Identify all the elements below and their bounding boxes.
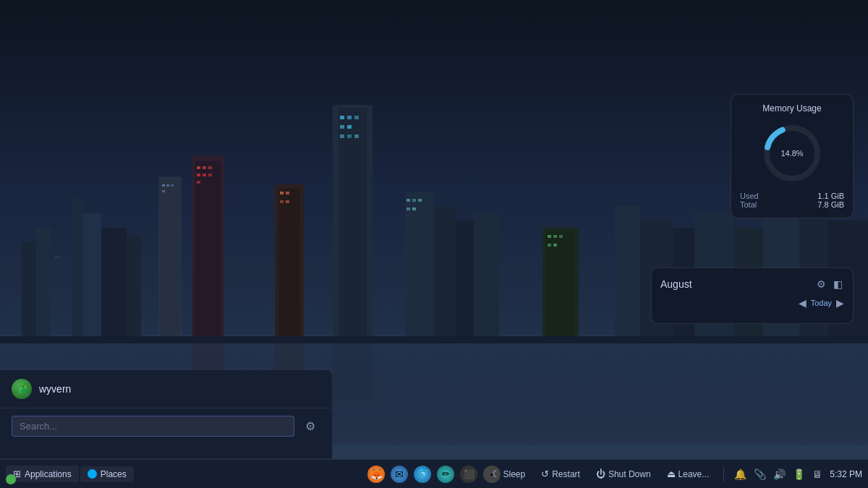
svg-rect-47: [412, 207, 416, 210]
places-btn[interactable]: Places: [80, 466, 134, 482]
svg-rect-15: [195, 161, 221, 336]
svg-rect-63: [0, 336, 868, 343]
leave-label: Leave...: [678, 469, 710, 479]
svg-rect-52: [559, 235, 563, 238]
svg-rect-8: [127, 235, 141, 336]
total-label: Total: [740, 200, 759, 209]
leave-btn[interactable]: ⏏ Leave...: [663, 467, 714, 481]
svg-rect-17: [203, 166, 206, 169]
battery-icon[interactable]: 🔋: [793, 468, 805, 480]
shutdown-label: Shut Down: [608, 469, 651, 479]
notifications-icon[interactable]: 🔔: [734, 468, 746, 480]
calendar-toggle-icon[interactable]: ◧: [832, 277, 844, 291]
calendar-prev-btn[interactable]: ◀: [799, 297, 807, 309]
svg-rect-9: [159, 177, 181, 336]
svg-rect-35: [280, 192, 284, 194]
svg-rect-16: [197, 166, 200, 169]
memory-percentage: 14.8%: [780, 149, 803, 158]
svg-rect-46: [407, 207, 410, 210]
desktop: Memory Usage 14.8% Used Total 1.1 GiB 7.…: [0, 0, 868, 488]
calendar-month: August: [660, 278, 692, 290]
applications-label: Applications: [25, 469, 72, 479]
svg-rect-3: [36, 228, 51, 336]
sleep-btn[interactable]: ☾ Sleep: [488, 467, 530, 481]
used-value: 1.1 GiB: [817, 192, 844, 200]
memory-gauge: 14.8%: [760, 121, 825, 186]
memory-widget: Memory Usage 14.8% Used Total 1.1 GiB 7.…: [731, 94, 854, 218]
svg-rect-19: [197, 174, 200, 176]
paperclip-icon[interactable]: 📎: [754, 468, 766, 480]
svg-rect-64: [333, 343, 373, 401]
sleep-icon: ☾: [492, 468, 501, 479]
taskbar-icon-3[interactable]: 🐬: [414, 466, 431, 483]
search-input[interactable]: [12, 416, 294, 437]
taskbar-divider: [723, 467, 724, 481]
shutdown-btn[interactable]: ⏻ Shut Down: [592, 467, 655, 481]
svg-rect-37: [280, 200, 284, 203]
svg-rect-42: [474, 213, 499, 336]
svg-rect-53: [548, 244, 551, 247]
calendar-next-btn[interactable]: ▶: [836, 297, 844, 309]
applications-btn[interactable]: ⊞ Applications: [6, 466, 79, 482]
calendar-today-btn[interactable]: Today: [811, 299, 832, 307]
volume-icon[interactable]: 🔊: [773, 468, 786, 480]
user-avatar: 🐉: [12, 379, 32, 399]
svg-rect-18: [208, 166, 212, 169]
taskbar-icon-1[interactable]: 🦊: [367, 466, 385, 483]
svg-rect-43: [407, 199, 410, 202]
favorites-row: [0, 444, 332, 458]
leave-icon: ⏏: [667, 468, 676, 479]
svg-rect-5: [72, 199, 83, 336]
user-name: wyvern: [39, 383, 71, 395]
clock: 5:32 PM: [830, 469, 862, 479]
svg-rect-26: [347, 116, 352, 119]
used-label: Used: [740, 192, 759, 200]
svg-rect-12: [171, 184, 174, 187]
taskbar-left: ⊞ Applications Places: [6, 466, 134, 482]
sidebar: [0, 458, 332, 459]
calendar-header-icons: ⚙ ◧: [815, 277, 844, 291]
taskbar-icon-2[interactable]: ✉: [391, 466, 408, 483]
svg-rect-31: [347, 134, 352, 138]
restart-icon: ↺: [541, 468, 549, 479]
svg-rect-29: [347, 125, 352, 129]
calendar-header: August ⚙ ◧: [660, 277, 844, 291]
svg-rect-25: [340, 116, 344, 119]
svg-rect-27: [354, 116, 359, 119]
svg-rect-50: [548, 235, 551, 238]
taskbar-icon-4[interactable]: ✏: [437, 466, 454, 483]
places-icon: [88, 469, 97, 479]
svg-rect-13: [162, 190, 165, 192]
display-icon[interactable]: 🖥: [812, 468, 822, 480]
svg-rect-24: [339, 108, 367, 336]
calendar-settings-icon[interactable]: ⚙: [815, 277, 827, 291]
svg-rect-51: [553, 235, 557, 238]
calendar-navigation: ◀ Today ▶: [799, 297, 844, 309]
svg-rect-20: [203, 174, 206, 176]
svg-rect-30: [340, 134, 344, 138]
sleep-label: Sleep: [503, 469, 526, 479]
svg-rect-54: [553, 244, 557, 247]
svg-rect-21: [208, 174, 212, 176]
svg-rect-22: [197, 181, 200, 184]
start-menu: 🐉 wyvern ⚙: [0, 369, 333, 459]
svg-rect-28: [340, 125, 344, 129]
svg-rect-36: [286, 192, 289, 194]
taskbar: ⊞ Applications Places 🦊 ✉ 🐬 ✏ ⬛ ▪ ☾ Slee…: [0, 459, 868, 488]
svg-rect-40: [434, 206, 456, 336]
svg-rect-4: [54, 257, 60, 258]
taskbar-icon-5[interactable]: ⬛: [460, 466, 477, 483]
svg-rect-44: [412, 199, 416, 202]
svg-rect-34: [278, 188, 300, 336]
svg-rect-11: [166, 184, 169, 187]
calendar-widget: August ⚙ ◧ ◀ Today ▶: [651, 267, 854, 324]
search-gear-btn[interactable]: ⚙: [300, 416, 320, 437]
svg-rect-7: [101, 228, 127, 336]
shutdown-icon: ⏻: [596, 468, 605, 479]
memory-stats: Used Total 1.1 GiB 7.8 GiB: [740, 192, 844, 209]
total-value: 7.8 GiB: [817, 200, 844, 209]
restart-btn[interactable]: ↺ Restart: [537, 467, 584, 481]
places-label: Places: [101, 469, 127, 479]
start-orb[interactable]: [6, 474, 16, 484]
restart-label: Restart: [552, 469, 580, 479]
